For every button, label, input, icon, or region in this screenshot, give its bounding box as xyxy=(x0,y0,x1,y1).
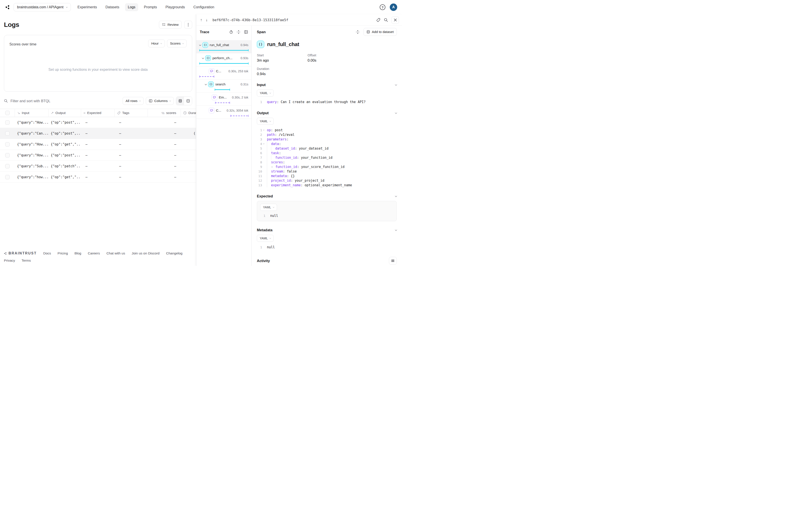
equals-icon: = xyxy=(84,111,86,115)
row-checkbox[interactable] xyxy=(5,131,10,136)
chevron-down-icon[interactable] xyxy=(199,44,201,46)
collapse-vertical-icon[interactable] xyxy=(356,30,360,34)
search-icon[interactable] xyxy=(384,18,388,22)
more-options-button[interactable] xyxy=(184,21,192,28)
span-detail: Span Add to dataset () run_full_chat Sta… xyxy=(252,26,402,266)
project-selector[interactable]: braintrustdata.com / APIAgent xyxy=(14,3,71,11)
chevron-down-icon[interactable] xyxy=(395,195,397,197)
fold-icon[interactable] xyxy=(263,129,264,131)
select-all-checkbox[interactable] xyxy=(5,111,10,115)
footer-link-terms[interactable]: Terms xyxy=(22,259,31,263)
footer-brand: BRAINTRUST xyxy=(4,251,37,255)
nav-item-playgrounds[interactable]: Playgrounds xyxy=(163,3,188,11)
footer: BRAINTRUST Docs Pricing Blog Careers Cha… xyxy=(4,251,192,266)
next-row-icon[interactable]: ↓ xyxy=(206,18,208,22)
tag-icon[interactable] xyxy=(376,18,380,22)
footer-link-pricing[interactable]: Pricing xyxy=(57,251,68,255)
row-checkbox[interactable] xyxy=(5,142,10,147)
row-checkbox[interactable] xyxy=(5,164,10,168)
trace-node-perform-chat[interactable]: () perform_ch... 0.93s xyxy=(196,53,251,66)
tag-icon xyxy=(117,111,121,115)
format-dropdown[interactable]: YAML xyxy=(257,90,274,97)
review-button[interactable]: Review xyxy=(159,21,182,28)
table-row[interactable]: {"query":"How... {"op":"get","... – – – xyxy=(0,139,205,150)
chevron-down-icon[interactable] xyxy=(205,83,207,85)
timeline-bar xyxy=(231,116,249,116)
previous-row-icon[interactable]: ↑ xyxy=(200,18,202,22)
column-header-scores[interactable]: %scores xyxy=(148,109,181,117)
chevron-down-icon[interactable] xyxy=(202,57,204,59)
trace-node-embedding[interactable]: Em... 0.30s, 2 tok xyxy=(196,93,251,106)
nav-item-prompts[interactable]: Prompts xyxy=(141,3,160,11)
duration-value: 0.94s xyxy=(257,72,308,76)
format-dropdown[interactable]: YAML xyxy=(260,204,277,211)
help-icon[interactable]: ? xyxy=(380,4,385,10)
column-header-output[interactable]: ↗Output xyxy=(48,109,81,117)
output-section: Output YAML 1oppost 2path/v1/eval 3param… xyxy=(257,111,397,187)
input-code: 1 queryCan I create an evaluation throug… xyxy=(257,100,397,104)
nav-item-experiments[interactable]: Experiments xyxy=(75,3,100,11)
columns-dropdown[interactable]: Columns xyxy=(146,97,174,105)
column-header-input[interactable]: ↘Input xyxy=(15,109,48,117)
trace-node-completion-2[interactable]: C... 0.32s, 3054 tok xyxy=(196,106,251,119)
chevron-down-icon xyxy=(273,206,274,208)
collapse-panel-icon[interactable] xyxy=(244,30,248,34)
add-to-dataset-button[interactable]: Add to dataset xyxy=(364,28,397,36)
table-row[interactable]: {"query":"How... {"op":"post",... – – – xyxy=(0,150,205,161)
timeline-bar xyxy=(199,63,249,64)
avatar[interactable]: A xyxy=(390,3,397,11)
footer-link-discord[interactable]: Join us on Discord xyxy=(132,251,160,255)
footer-link-careers[interactable]: Careers xyxy=(88,251,100,255)
table-row[interactable]: {"query":"Sub... {"op":"patch"... – – – xyxy=(0,161,205,172)
rows-dropdown[interactable]: All rows xyxy=(123,97,144,105)
row-checkbox[interactable] xyxy=(5,153,10,157)
trace-node-run-full-chat[interactable]: () run_full_chat 0.94s xyxy=(196,40,251,53)
footer-link-blog[interactable]: Blog xyxy=(75,251,81,255)
table-row[interactable]: {"query":"how... {"op":"get","... – – – xyxy=(0,172,205,183)
column-header-tags[interactable]: Tags xyxy=(114,109,148,117)
output-code: 1oppost 2path/v1/eval 3parameters 4data … xyxy=(257,128,397,187)
row-checkbox[interactable] xyxy=(5,120,10,125)
dense-view-icon[interactable] xyxy=(176,97,184,105)
format-dropdown[interactable]: YAML xyxy=(257,235,274,242)
fold-icon[interactable] xyxy=(263,143,264,144)
span-label: Span xyxy=(257,30,266,34)
clock-icon xyxy=(183,111,187,115)
comfortable-view-icon[interactable] xyxy=(184,97,192,105)
column-header-expected[interactable]: =Expected xyxy=(81,109,114,117)
footer-link-chat[interactable]: Chat with us xyxy=(107,251,125,255)
chevron-down-icon xyxy=(169,100,171,101)
chevron-down-icon[interactable] xyxy=(395,112,397,114)
span-name: run_full_chat xyxy=(267,41,299,48)
function-icon: () xyxy=(205,55,211,61)
nav-item-logs[interactable]: Logs xyxy=(125,3,139,11)
stopwatch-icon[interactable] xyxy=(229,30,233,34)
interval-dropdown[interactable]: Hour xyxy=(148,40,165,48)
span-fields: Start 3m ago Offset 0.00s Duration 0.94s xyxy=(257,53,397,76)
footer-link-docs[interactable]: Docs xyxy=(43,251,51,255)
logs-page: Logs Review Scores over time Hour Scores xyxy=(0,14,205,266)
row-checkbox[interactable] xyxy=(5,175,10,179)
arrow-up-right-icon: ↗ xyxy=(51,111,54,115)
activity-menu-button[interactable] xyxy=(389,257,397,265)
trace-node-completion[interactable]: C... 0.30s, 253 tok xyxy=(196,66,251,79)
footer-link-changelog[interactable]: Changelog xyxy=(166,251,183,255)
chevron-down-icon[interactable] xyxy=(395,229,397,231)
nav-item-datasets[interactable]: Datasets xyxy=(103,3,122,11)
project-selector-label: braintrustdata.com / APIAgent xyxy=(17,5,63,9)
arrow-down-right-icon: ↘ xyxy=(17,111,20,115)
table-row[interactable]: {"query":"How... {"op":"post",... – – – xyxy=(0,117,205,128)
format-dropdown[interactable]: YAML xyxy=(257,118,274,125)
database-icon xyxy=(367,30,370,34)
trace-node-search[interactable]: () search 0.31s xyxy=(196,79,251,93)
chevron-down-icon xyxy=(182,42,184,44)
nav-item-configuration[interactable]: Configuration xyxy=(190,3,217,11)
chevron-down-icon[interactable] xyxy=(395,83,397,86)
close-panel-button[interactable] xyxy=(391,16,399,24)
metric-dropdown[interactable]: Scores xyxy=(167,40,187,48)
table-row-selected[interactable]: {"query":"Can... {"op":"post",... – – – … xyxy=(0,128,205,139)
btql-filter-input[interactable] xyxy=(10,99,121,103)
footer-link-privacy[interactable]: Privacy xyxy=(4,259,15,263)
braintrust-logo-icon[interactable] xyxy=(5,5,10,10)
collapse-vertical-icon[interactable] xyxy=(237,30,240,34)
